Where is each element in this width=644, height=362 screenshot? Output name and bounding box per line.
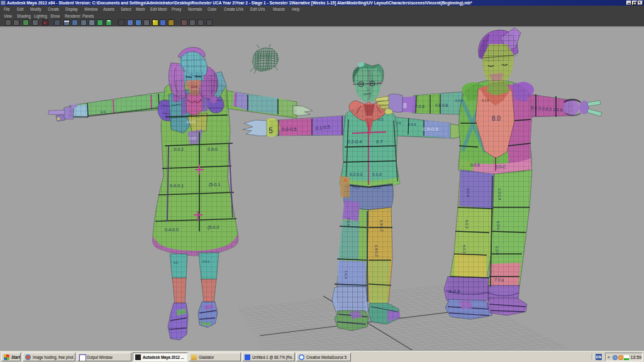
svg-text:1-0.5-: 1-0.5-	[189, 136, 197, 140]
svg-text:0.2-0: 0.2-0	[495, 246, 499, 256]
svg-text:7-0.8: 7-0.8	[415, 104, 425, 109]
svg-text:7-0.4: 7-0.4	[347, 217, 350, 226]
svg-text:-0.5: -0.5	[377, 118, 383, 121]
svg-text:5: 5	[269, 126, 273, 135]
svg-text:0.4-0.0: 0.4-0.0	[165, 228, 179, 232]
svg-text:0.2-0.3: 0.2-0.3	[350, 172, 363, 177]
svg-text:0.5-0.5: 0.5-0.5	[423, 126, 438, 132]
svg-text:0.1-0: 0.1-0	[374, 185, 381, 189]
svg-text:0.2-0.4: 0.2-0.4	[497, 189, 502, 201]
svg-text:8.0: 8.0	[492, 115, 501, 122]
svg-text:7-0.3: 7-0.3	[352, 185, 360, 189]
svg-text:1-0.: 1-0.	[101, 110, 106, 114]
svg-text:0.2-0.4: 0.2-0.4	[347, 139, 362, 145]
svg-text:7-0.4: 7-0.4	[344, 270, 348, 279]
svg-text:0.8-0.2: 0.8-0.2	[374, 245, 379, 258]
svg-text:0.9-0.2: 0.9-0.2	[379, 220, 384, 233]
svg-text:6-0.9: 6-0.9	[449, 288, 460, 294]
svg-text:0.2-0: 0.2-0	[496, 221, 500, 231]
svg-text:0.0-C: 0.0-C	[496, 165, 506, 169]
svg-text:0-0-0: 0-0-0	[455, 99, 463, 102]
svg-text:4-0.5: 4-0.5	[408, 123, 416, 126]
svg-text:0.0: 0.0	[174, 261, 178, 265]
svg-text:(5-0.1: (5-0.1	[209, 182, 220, 187]
svg-text:0.5: 0.5	[396, 121, 401, 125]
svg-text:0-0.6: 0-0.6	[470, 163, 480, 167]
svg-text:8: 8	[403, 102, 407, 109]
svg-text:0.5-0: 0.5-0	[208, 147, 218, 151]
svg-text:6-0.4: 6-0.4	[466, 189, 470, 198]
svg-text:6-0.1: 6-0.1	[462, 245, 466, 255]
svg-text:0.0-1: 0.0-1	[203, 260, 210, 263]
svg-text:(5-0.0: (5-0.0	[208, 225, 219, 230]
svg-text:0.0-0.5: 0.0-0.5	[282, 126, 296, 132]
svg-text:0.8-0.8: 0.8-0.8	[435, 103, 448, 107]
svg-text:(-0.4-0.5: (-0.4-0.5	[189, 115, 200, 118]
svg-text:0.7: 0.7	[376, 139, 382, 145]
svg-text:-0.0-0.5: -0.0-0.5	[186, 121, 196, 124]
svg-text:0.1-0: 0.1-0	[372, 172, 382, 177]
svg-text:0.4-0.1: 0.4-0.1	[170, 184, 184, 188]
svg-text:6-0.3: 6-0.3	[465, 220, 469, 229]
svg-text:0-0.2: 0-0.2	[174, 147, 184, 151]
svg-text:5-0.6: 5-0.6	[482, 99, 489, 102]
